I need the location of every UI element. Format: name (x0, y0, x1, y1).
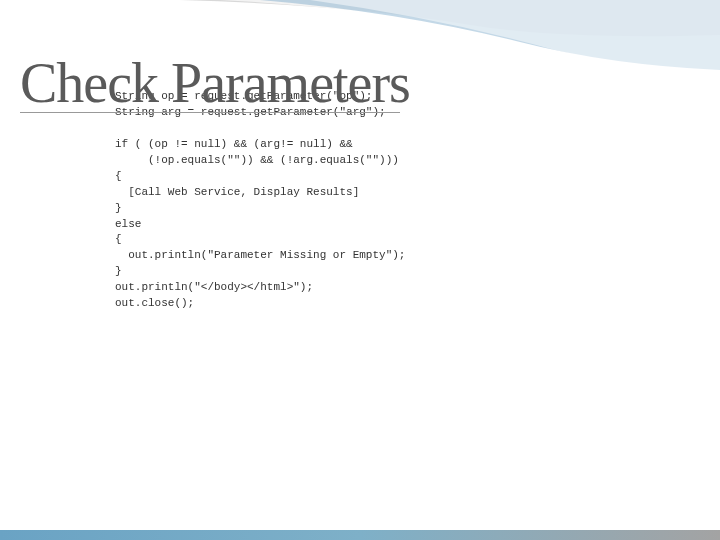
code-line: if ( (op != null) && (arg!= null) && (115, 138, 353, 150)
slide-content: Check Parameters String op = request.get… (20, 55, 700, 111)
code-line: { (115, 170, 122, 182)
code-line: else (115, 218, 141, 230)
code-snippet: String op = request.getParameter("op"); … (115, 89, 405, 312)
decorative-bottom-bar (0, 530, 720, 540)
code-line: out.close(); (115, 297, 194, 309)
code-line: out.println("</body></html>"); (115, 281, 313, 293)
code-line: [Call Web Service, Display Results] (115, 186, 359, 198)
code-line: } (115, 202, 122, 214)
slide-title: Check Parameters (20, 55, 700, 111)
code-line: out.println("Parameter Missing or Empty"… (115, 249, 405, 261)
code-line: { (115, 233, 122, 245)
code-line: } (115, 265, 122, 277)
code-line: (!op.equals("")) && (!arg.equals(""))) (115, 154, 399, 166)
